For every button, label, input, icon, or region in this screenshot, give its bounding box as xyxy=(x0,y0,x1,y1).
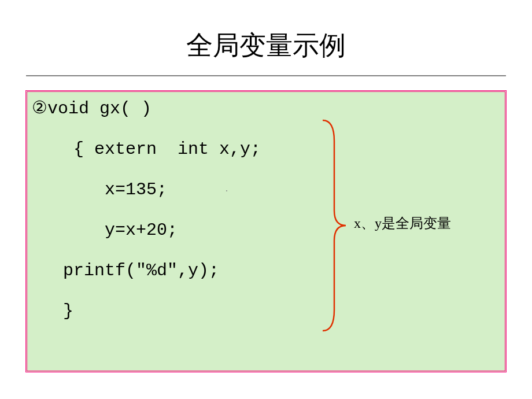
code-text-1: void gx( ) xyxy=(47,99,152,119)
slide-title: 全局变量示例 xyxy=(0,0,532,71)
code-line-6: } xyxy=(32,302,500,320)
code-line-2: { extern int x,y; xyxy=(32,141,500,158)
annotation-text: x、y是全局变量 xyxy=(354,214,451,232)
code-line-3: x=135; xyxy=(32,181,500,198)
code-line-5: printf("%d",y); xyxy=(32,262,500,279)
title-underline xyxy=(26,75,506,76)
marker-2: ② xyxy=(32,99,47,116)
dot-mark: · xyxy=(226,186,228,197)
code-line-1: ②void gx( ) xyxy=(32,99,500,117)
